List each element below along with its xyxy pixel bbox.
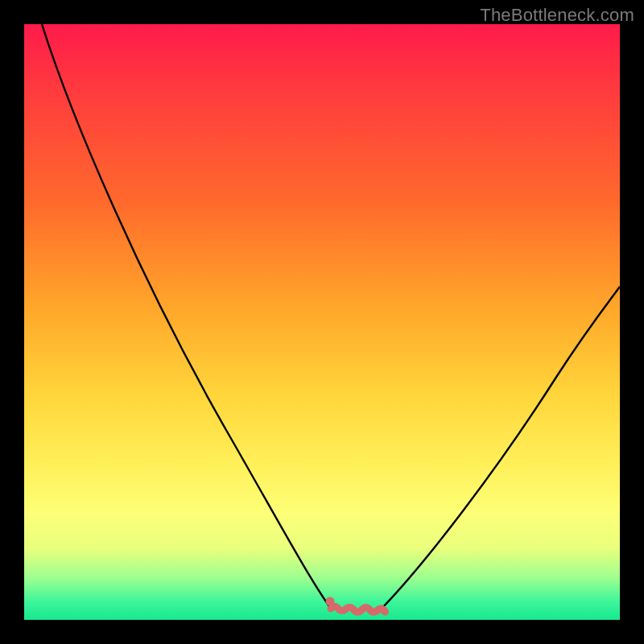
flat-bottom-lumpy [331,606,385,612]
chart-frame: TheBottleneck.com [0,0,644,644]
curve-left [42,24,331,609]
plot-area [24,24,620,620]
marker-dot-left [326,597,335,606]
bottleneck-curve [24,24,620,620]
watermark-text: TheBottleneck.com [480,5,634,26]
curve-right [382,287,620,609]
